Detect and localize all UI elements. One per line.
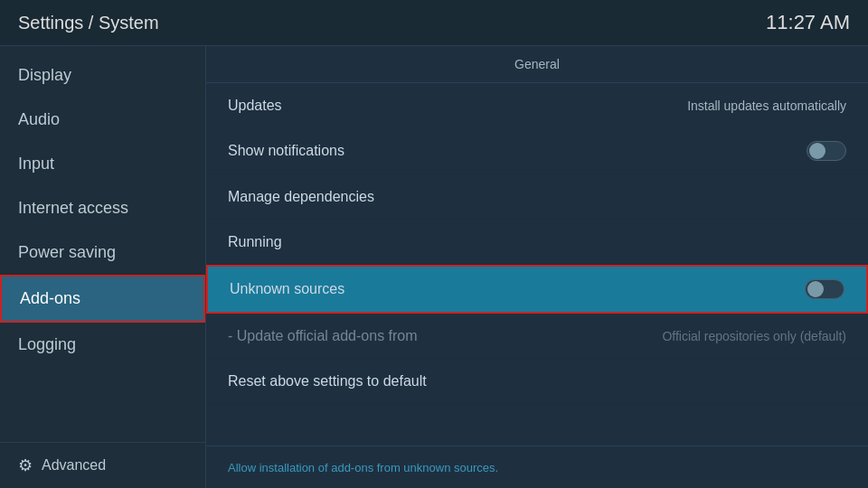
sidebar-item-internet-access[interactable]: Internet access <box>0 186 205 230</box>
row-unknown-sources[interactable]: Unknown sources <box>206 265 868 314</box>
row-value-update-official: Official repositories only (default) <box>662 329 846 343</box>
row-label-updates: Updates <box>228 98 282 114</box>
row-update-official[interactable]: - Update official add-ons from Official … <box>206 314 868 359</box>
section-header: General <box>206 46 868 83</box>
sidebar-item-logging[interactable]: Logging <box>0 323 205 367</box>
row-label-manage-dependencies: Manage dependencies <box>228 189 374 205</box>
settings-content: General Updates Install updates automati… <box>206 46 868 488</box>
row-updates[interactable]: Updates Install updates automatically <box>206 83 868 128</box>
sidebar: Display Audio Input Internet access Powe… <box>0 46 206 488</box>
main-layout: Display Audio Input Internet access Powe… <box>0 46 868 488</box>
row-manage-dependencies[interactable]: Manage dependencies <box>206 174 868 220</box>
content-footer: Allow installation of add-ons from unkno… <box>206 446 868 488</box>
header: Settings / System 11:27 AM <box>0 0 868 46</box>
row-reset-settings[interactable]: Reset above settings to default <box>206 359 868 404</box>
page-title: Settings / System <box>18 13 159 33</box>
footer-hint: Allow installation of add-ons from unkno… <box>228 461 498 474</box>
sidebar-item-audio[interactable]: Audio <box>0 98 205 142</box>
row-label-reset-settings: Reset above settings to default <box>228 373 427 389</box>
toggle-knob-unknown <box>807 281 824 297</box>
advanced-label: Advanced <box>42 457 106 474</box>
gear-icon: ⚙ <box>18 455 33 475</box>
sidebar-item-input[interactable]: Input <box>0 142 205 186</box>
row-value-updates: Install updates automatically <box>687 99 846 113</box>
toggle-show-notifications[interactable] <box>807 141 846 161</box>
advanced-button[interactable]: ⚙ Advanced <box>0 442 205 488</box>
toggle-knob <box>809 143 826 159</box>
clock: 11:27 AM <box>766 11 850 34</box>
toggle-unknown-sources[interactable] <box>805 279 844 299</box>
row-label-running: Running <box>228 234 282 250</box>
sidebar-item-display[interactable]: Display <box>0 53 205 98</box>
row-label-update-official: - Update official add-ons from <box>228 328 418 344</box>
row-label-unknown-sources: Unknown sources <box>230 281 344 297</box>
row-label-show-notifications: Show notifications <box>228 143 344 159</box>
row-running[interactable]: Running <box>206 220 868 265</box>
sidebar-item-add-ons[interactable]: Add-ons <box>0 275 205 323</box>
row-show-notifications[interactable]: Show notifications <box>206 128 868 174</box>
sidebar-item-power-saving[interactable]: Power saving <box>0 230 205 275</box>
section-label: General <box>514 57 560 71</box>
